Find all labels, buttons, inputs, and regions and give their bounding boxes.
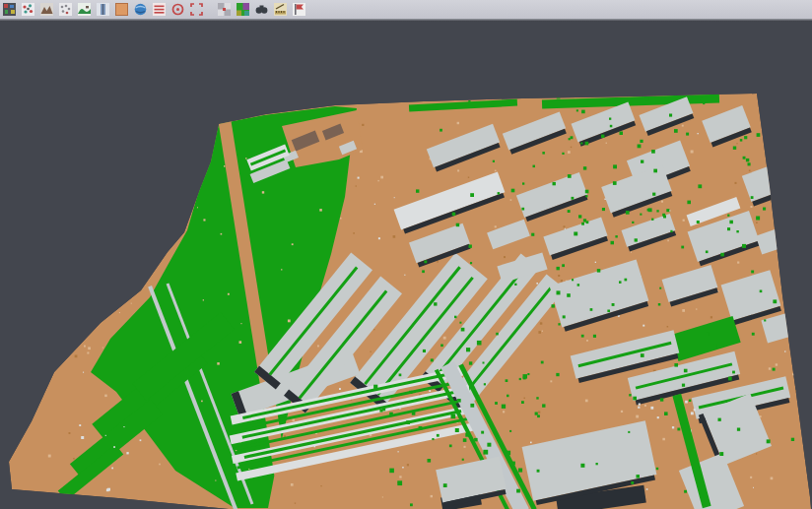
tree-speckle (719, 452, 723, 456)
tree-speckle (583, 166, 586, 169)
tree-speckle (373, 385, 377, 389)
tree-speckle (613, 164, 617, 168)
tree-speckle (773, 368, 776, 371)
ground-speckle-light (798, 358, 799, 359)
tree-speckle (775, 175, 777, 177)
ground-speckle-white (394, 197, 395, 198)
ground-speckle-light (750, 477, 752, 478)
tree-speckle (462, 459, 464, 461)
tree-speckle (610, 125, 613, 128)
tree-speckle (542, 152, 545, 155)
tree-speckle (409, 391, 412, 394)
tree-speckle (637, 475, 641, 478)
ground-speckle-light (751, 206, 753, 208)
orange-square-button[interactable] (113, 2, 130, 18)
tree-speckle (736, 230, 738, 232)
tree-speckle (457, 399, 461, 403)
tree-speckle (686, 133, 689, 136)
ground-speckle-light (61, 136, 63, 138)
checker-grid-button[interactable] (216, 2, 233, 18)
ground-speckle-light (510, 199, 512, 201)
tree-speckle (663, 216, 666, 219)
ground-speckle-light (464, 446, 466, 448)
red-extent-button[interactable] (188, 2, 205, 18)
tree-speckle (732, 371, 735, 374)
cottage-row (650, 407, 653, 410)
tree-speckle (454, 316, 457, 319)
tin-mountain-button[interactable] (38, 2, 55, 18)
terrain-green-button[interactable] (76, 2, 93, 18)
tree-speckle (581, 335, 584, 338)
gray-points-button[interactable] (57, 2, 74, 18)
toolbar-separator (207, 3, 214, 17)
red-flag-button[interactable] (291, 2, 307, 18)
tree-speckle (666, 209, 669, 212)
debris-white (140, 439, 142, 441)
multicolor-grid-icon (2, 2, 17, 17)
tree-speckle (463, 438, 467, 442)
tree-speckle (509, 430, 511, 432)
colored-points-icon (21, 2, 35, 17)
tree-speckle (465, 433, 469, 437)
classification-map-button[interactable] (235, 2, 251, 18)
viewport-3d-scene[interactable] (0, 0, 812, 509)
multicolor-grid-button[interactable] (1, 2, 18, 18)
tree-speckle (470, 404, 474, 408)
tree-speckle (677, 428, 680, 431)
tree-speckle (389, 413, 393, 416)
profile-bar-button[interactable] (95, 2, 111, 18)
tree-speckle (631, 481, 634, 484)
ground-speckle-light (159, 464, 161, 466)
tree-speckle (656, 468, 658, 470)
red-target-button[interactable] (169, 2, 186, 18)
tree-speckle (511, 462, 515, 466)
tree-speckle (577, 284, 580, 286)
tree-speckle (470, 193, 474, 197)
ground-speckle-light (631, 252, 632, 253)
ground-speckle-dark (767, 133, 769, 135)
gray-points-icon (58, 2, 73, 17)
colored-points-button[interactable] (20, 2, 36, 18)
ground-speckle-dark (371, 351, 372, 352)
tree-speckle (791, 438, 794, 441)
binoculars-button[interactable] (253, 2, 270, 18)
ground-speckle-light (105, 284, 106, 285)
ground-speckle-light (662, 438, 665, 441)
globe-button[interactable] (132, 2, 149, 18)
ground-speckle-light (113, 195, 114, 196)
tree-speckle (443, 483, 447, 487)
tree-speckle (498, 192, 501, 195)
ground-speckle-dark (73, 458, 75, 460)
ground-speckle-light (772, 183, 774, 185)
ground-speckle-light (104, 395, 107, 398)
debris-white (81, 436, 84, 439)
tree-speckle (580, 464, 584, 468)
tree-speckle (669, 114, 672, 117)
tree-speckle (651, 150, 655, 154)
tree-speckle (687, 201, 691, 205)
tree-speckle (574, 232, 577, 236)
tree-speckle (562, 153, 564, 155)
ground-speckle-dark (437, 261, 439, 263)
tree-speckle (469, 380, 471, 382)
ground-speckle-light (691, 151, 694, 154)
ground-speckle-light (792, 231, 793, 232)
ground-speckle-dark (798, 337, 800, 339)
ground-speckle-light (184, 159, 186, 160)
tree-speckle (416, 189, 419, 192)
ground-speckle-dark (802, 287, 803, 288)
tree-speckle (596, 463, 598, 465)
application-window (0, 0, 812, 509)
tree-speckle (437, 434, 440, 437)
ground-speckle-light (46, 174, 48, 176)
tree-speckle (593, 335, 596, 338)
red-lines-button[interactable] (151, 2, 168, 18)
tree-speckle (449, 445, 452, 448)
point-cloud (9, 94, 811, 509)
tree-speckle (581, 223, 584, 225)
ground-speckle-light (503, 411, 505, 413)
tree-speckle (523, 374, 528, 379)
ground-speckle-light (114, 263, 116, 265)
measure-tools-button[interactable] (272, 2, 289, 18)
tree-speckle (585, 142, 589, 146)
